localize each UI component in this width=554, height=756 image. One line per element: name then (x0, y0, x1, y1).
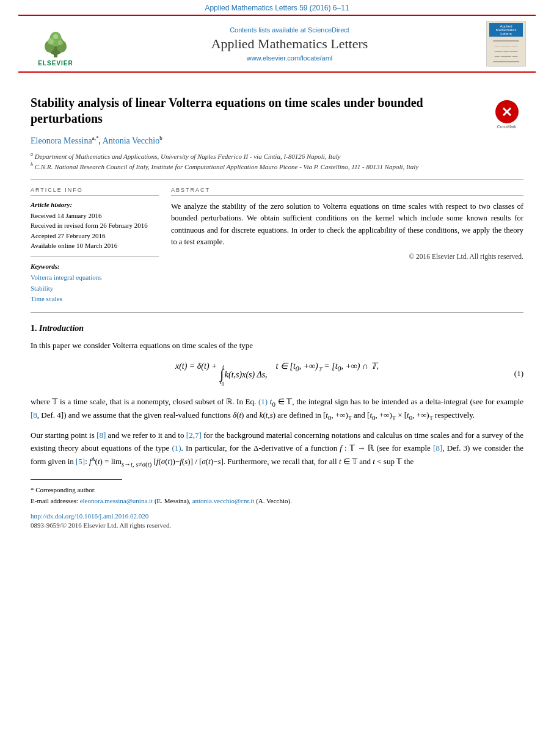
article-info-heading: ARTICLE INFO (31, 187, 159, 196)
history-item-4: Available online 10 March 2016 (31, 241, 159, 251)
keyword-2[interactable]: Stability (31, 283, 159, 294)
crossmark-label: CrossMark (497, 125, 516, 129)
keyword-1[interactable]: Volterra integral equations (31, 272, 159, 283)
elsevier-tree-svg (37, 28, 74, 59)
journal-reference: Applied Mathematics Letters 59 (2016) 6–… (205, 4, 349, 12)
affiliation-2: b C.N.R. National Research Council of It… (31, 161, 523, 172)
thumbnail-text: ══════════── ──── ───── ── ───── ──── ──… (493, 38, 519, 64)
elsevier-wordmark: ELSEVIER (38, 60, 73, 67)
crossmark-circle (495, 100, 519, 123)
formula-1-block: x(t) = δ(t) + t ∫ t0 k(t,s)x(s) Δs, t ∈ … (31, 361, 523, 387)
section-1-number: 1. (31, 324, 37, 333)
doi-link[interactable]: http://dx.doi.org/10.1016/j.aml.2016.02.… (31, 512, 523, 520)
ref-27-p3[interactable]: [2,7] (186, 431, 202, 440)
section-1-title: 1. Introduction (31, 324, 523, 333)
affiliations: a Department of Mathematics and Applicat… (31, 151, 523, 172)
footnote-email2-person: (A. Vecchio). (256, 497, 292, 504)
crossmark-icon (500, 104, 514, 119)
history-item-1: Received 14 January 2016 (31, 211, 159, 221)
affil-2-text: C.N.R. National Research Council of Ital… (35, 162, 419, 170)
abstract-text: We analyze the stability of the zero sol… (171, 201, 523, 249)
history-item-2: Received in revised form 26 February 201… (31, 220, 159, 231)
intro-para-2: where 𝕋 is a time scale, that is a nonem… (31, 396, 523, 424)
author-2-name[interactable]: Antonia Vecchio (103, 136, 159, 145)
info-divider (31, 256, 159, 256)
ref-8-p2[interactable]: [8 (31, 410, 37, 420)
abstract-heading: ABSTRACT (171, 187, 523, 196)
ref-eq1-p3[interactable]: (1) (172, 443, 181, 453)
author-2-sup: b (159, 135, 162, 141)
keywords-label: Keywords: (31, 263, 159, 270)
footnote-email1-person: (E. Messina), (155, 497, 191, 504)
footnote-corresponding: * Corresponding author. (31, 485, 523, 496)
thumbnail-header: AppliedMathematicsLetters (489, 23, 523, 37)
elsevier-logo-container: ELSEVIER (28, 21, 83, 67)
issn-line: 0893-9659/© 2016 Elsevier Ltd. All right… (31, 522, 523, 529)
footnote-divider (31, 479, 122, 480)
affil-2-sup: b (31, 162, 33, 167)
section-1-name: Introduction (39, 324, 84, 333)
ref-eq1-p2[interactable]: (1) (258, 397, 268, 406)
affil-1-sup: a (31, 151, 33, 157)
authors-line: Eleonora Messinaa,*, Antonia Vecchiob (31, 135, 523, 146)
svg-point-7 (53, 34, 58, 39)
section-divider-1 (31, 179, 523, 180)
footnote-email2[interactable]: antonia.vecchio@cnr.it (192, 497, 255, 504)
journal-title: Applied Mathematics Letters (93, 36, 486, 52)
article-info-abstract-row: ARTICLE INFO Article history: Received 1… (31, 187, 523, 305)
sciencedirect-line: Contents lists available at ScienceDirec… (93, 26, 486, 34)
affiliation-1: a Department of Mathematics and Applicat… (31, 151, 523, 161)
journal-banner: ELSEVIER Contents lists available at Sci… (18, 15, 536, 73)
article-title: Stability analysis of linear Volterra eq… (31, 95, 523, 126)
journal-url[interactable]: www.elsevier.com/locate/aml (93, 54, 486, 62)
author-1-sup: a,* (92, 135, 99, 141)
footnote-emails: E-mail addresses: eleonora.messina@unina… (31, 496, 523, 507)
abstract-panel: ABSTRACT We analyze the stability of the… (171, 187, 523, 305)
journal-banner-center: Contents lists available at ScienceDirec… (93, 26, 486, 62)
formula-1-content: x(t) = δ(t) + t ∫ t0 k(t,s)x(s) Δs, t ∈ … (175, 361, 379, 387)
svg-point-6 (58, 40, 63, 45)
copyright-line: © 2016 Elsevier Ltd. All rights reserved… (171, 253, 523, 260)
intro-para-1: In this paper we consider Volterra equat… (31, 340, 523, 352)
journal-thumbnail: AppliedMathematicsLetters ══════════── ─… (486, 21, 526, 67)
sciencedirect-link-text[interactable]: ScienceDirect (308, 26, 349, 34)
article-history-label: Article history: (31, 201, 159, 208)
footnote-corresponding-label: * Corresponding author. (31, 486, 96, 493)
footnote-email-label: E-mail addresses: (31, 497, 78, 504)
footnote-email1[interactable]: eleonora.messina@unina.it (80, 497, 153, 504)
main-content: Stability analysis of linear Volterra eq… (0, 73, 554, 541)
journal-header-bar: Applied Mathematics Letters 59 (2016) 6–… (0, 0, 554, 15)
article-title-container: Stability analysis of linear Volterra eq… (31, 95, 523, 126)
article-info-panel: ARTICLE INFO Article history: Received 1… (31, 187, 159, 305)
ref-8-p3[interactable]: [8] (97, 431, 106, 440)
ref-5-p3[interactable]: [5] (76, 457, 85, 466)
intro-para-3: Our starting point is [8] and we refer t… (31, 429, 523, 470)
svg-point-5 (48, 38, 54, 45)
crossmark-badge-container[interactable]: CrossMark (490, 101, 523, 128)
integral-expression: t ∫ t0 k(t,s)x(s) Δs, (219, 363, 268, 387)
ref-8b-p3[interactable]: [8] (433, 443, 442, 453)
section-divider-2 (31, 312, 523, 313)
contents-text: Contents lists available at (230, 26, 306, 34)
keyword-3[interactable]: Time scales (31, 294, 159, 305)
author-1-name[interactable]: Eleonora Messina (31, 136, 92, 145)
history-item-3: Accepted 27 February 2016 (31, 231, 159, 241)
affil-1-text: Department of Mathematics and Applicatio… (35, 152, 341, 159)
formula-1-number: (1) (514, 369, 523, 379)
